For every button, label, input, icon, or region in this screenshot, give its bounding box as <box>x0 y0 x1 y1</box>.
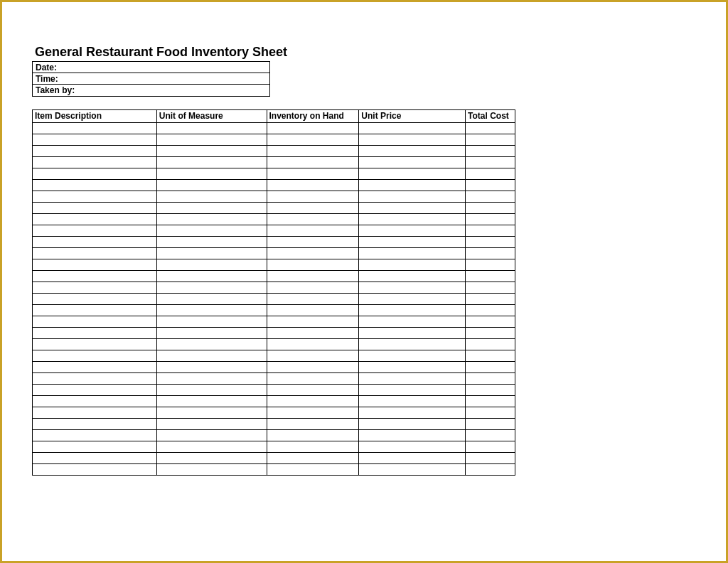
table-cell <box>466 316 515 328</box>
document-content: General Restaurant Food Inventory Sheet … <box>32 45 515 476</box>
table-cell <box>267 168 359 180</box>
table-cell <box>156 271 267 282</box>
table-cell <box>156 407 267 419</box>
table-cell <box>359 350 466 362</box>
table-row <box>33 271 515 282</box>
table-row <box>33 203 515 214</box>
table-cell <box>33 373 157 385</box>
table-cell <box>466 248 515 259</box>
table-row <box>33 248 515 259</box>
table-cell <box>267 407 359 419</box>
table-cell <box>33 271 157 282</box>
table-cell <box>267 237 359 248</box>
table-cell <box>466 271 515 282</box>
table-cell <box>267 305 359 316</box>
table-cell <box>466 396 515 407</box>
table-cell <box>33 294 157 305</box>
table-cell <box>156 203 267 214</box>
col-inventory-on-hand: Inventory on Hand <box>267 110 359 123</box>
table-cell <box>267 339 359 350</box>
meta-time-label: Time: <box>36 74 58 84</box>
table-cell <box>33 328 157 339</box>
inventory-body <box>33 123 515 476</box>
table-cell <box>267 464 359 476</box>
table-cell <box>466 430 515 441</box>
table-cell <box>156 464 267 476</box>
table-cell <box>33 134 157 146</box>
table-cell <box>156 328 267 339</box>
table-cell <box>466 191 515 203</box>
table-cell <box>359 396 466 407</box>
table-row <box>33 146 515 157</box>
table-cell <box>33 453 157 464</box>
table-cell <box>466 362 515 373</box>
table-cell <box>267 419 359 430</box>
table-cell <box>267 282 359 294</box>
col-item-description: Item Description <box>33 110 157 123</box>
table-cell <box>267 350 359 362</box>
table-cell <box>156 385 267 396</box>
meta-date-row: Date: <box>33 62 269 73</box>
table-cell <box>156 191 267 203</box>
table-cell <box>156 146 267 157</box>
table-row <box>33 339 515 350</box>
table-cell <box>466 157 515 168</box>
table-cell <box>267 180 359 191</box>
table-cell <box>33 225 157 237</box>
table-cell <box>33 339 157 350</box>
table-cell <box>466 407 515 419</box>
table-cell <box>359 464 466 476</box>
table-row <box>33 373 515 385</box>
table-cell <box>466 441 515 453</box>
table-cell <box>156 259 267 271</box>
table-cell <box>466 214 515 225</box>
table-row <box>33 328 515 339</box>
table-cell <box>156 214 267 225</box>
col-unit-price: Unit Price <box>359 110 466 123</box>
table-cell <box>359 362 466 373</box>
table-cell <box>267 453 359 464</box>
table-cell <box>33 441 157 453</box>
table-cell <box>156 305 267 316</box>
table-cell <box>359 316 466 328</box>
table-cell <box>156 419 267 430</box>
table-cell <box>267 271 359 282</box>
table-cell <box>33 214 157 225</box>
table-cell <box>33 259 157 271</box>
table-cell <box>359 271 466 282</box>
table-cell <box>267 259 359 271</box>
table-cell <box>359 168 466 180</box>
table-row <box>33 225 515 237</box>
table-row <box>33 259 515 271</box>
table-cell <box>466 237 515 248</box>
table-cell <box>33 203 157 214</box>
table-row <box>33 305 515 316</box>
table-cell <box>156 362 267 373</box>
table-cell <box>466 419 515 430</box>
col-unit-of-measure: Unit of Measure <box>156 110 267 123</box>
table-cell <box>33 396 157 407</box>
table-cell <box>466 203 515 214</box>
table-cell <box>33 464 157 476</box>
table-cell <box>267 430 359 441</box>
table-row <box>33 191 515 203</box>
table-cell <box>466 305 515 316</box>
table-cell <box>359 203 466 214</box>
table-row <box>33 464 515 476</box>
table-cell <box>156 441 267 453</box>
table-row <box>33 168 515 180</box>
table-row <box>33 282 515 294</box>
table-cell <box>359 259 466 271</box>
table-row <box>33 180 515 191</box>
table-cell <box>33 350 157 362</box>
table-row <box>33 134 515 146</box>
table-cell <box>267 294 359 305</box>
table-cell <box>359 385 466 396</box>
sheet-title: General Restaurant Food Inventory Sheet <box>32 45 515 60</box>
table-cell <box>33 316 157 328</box>
table-cell <box>267 214 359 225</box>
table-cell <box>466 168 515 180</box>
table-cell <box>466 123 515 134</box>
meta-taken-by-label: Taken by: <box>36 85 75 95</box>
table-cell <box>33 282 157 294</box>
